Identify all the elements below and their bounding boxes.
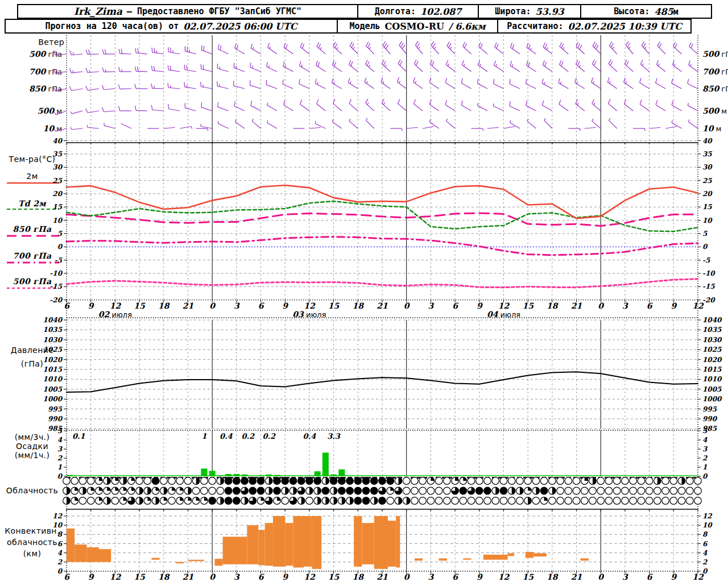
svg-text:12: 12 — [692, 572, 704, 581]
svg-text:18: 18 — [158, 301, 170, 310]
svg-text:0: 0 — [598, 572, 604, 581]
svg-text:40: 40 — [702, 137, 713, 145]
svg-text:2: 2 — [702, 558, 708, 566]
svg-text:3: 3 — [428, 572, 435, 581]
svg-text:15: 15 — [328, 301, 340, 310]
svg-text:03 июля: 03 июля — [292, 310, 326, 319]
svg-text:0: 0 — [57, 472, 63, 480]
svg-text:21: 21 — [571, 301, 582, 310]
svg-text:02 июля: 02 июля — [98, 310, 132, 319]
svg-text:12: 12 — [304, 301, 316, 310]
svg-text:990: 990 — [702, 415, 718, 423]
svg-text:15: 15 — [702, 203, 712, 211]
svg-text:0: 0 — [598, 301, 604, 310]
svg-text:1015: 1015 — [702, 365, 722, 373]
svg-text:18: 18 — [158, 572, 170, 581]
svg-text:6: 6 — [647, 572, 653, 581]
svg-text:3: 3 — [702, 445, 708, 453]
svg-text:6: 6 — [64, 301, 70, 310]
svg-text:1000: 1000 — [43, 395, 63, 403]
svg-text:35: 35 — [52, 150, 62, 158]
conv-bars — [67, 516, 589, 569]
svg-text:-5: -5 — [55, 256, 63, 264]
svg-text:10 м: 10 м — [43, 124, 62, 133]
curve-t2m — [67, 185, 698, 218]
svg-text:2: 2 — [702, 454, 708, 462]
svg-text:10: 10 — [52, 217, 63, 225]
svg-text:12: 12 — [498, 301, 510, 310]
svg-text:5: 5 — [702, 427, 708, 435]
svg-text:9: 9 — [477, 301, 483, 310]
precip-bars — [67, 452, 345, 476]
precip-amount-labels: 0.110.40.20.20.43.3 — [72, 432, 341, 440]
svg-text:18: 18 — [353, 572, 365, 581]
svg-text:12: 12 — [692, 301, 704, 310]
svg-text:0: 0 — [404, 572, 410, 581]
svg-text:1: 1 — [201, 432, 206, 440]
svg-text:25: 25 — [702, 177, 712, 185]
svg-text:5: 5 — [57, 230, 63, 238]
svg-text:3: 3 — [57, 445, 63, 453]
svg-text:9: 9 — [477, 572, 483, 581]
svg-text:1025: 1025 — [702, 346, 722, 354]
svg-text:4: 4 — [702, 436, 708, 444]
svg-text:6: 6 — [57, 540, 63, 548]
svg-text:0: 0 — [702, 472, 708, 480]
svg-text:1005: 1005 — [702, 385, 722, 393]
svg-text:15: 15 — [328, 572, 340, 581]
svg-text:12: 12 — [304, 572, 316, 581]
svg-text:18: 18 — [353, 301, 365, 310]
svg-text:1: 1 — [702, 463, 707, 471]
svg-text:-15: -15 — [49, 282, 62, 290]
svg-text:1030: 1030 — [43, 336, 63, 344]
svg-text:0.1: 0.1 — [72, 432, 85, 440]
svg-text:6: 6 — [702, 540, 708, 548]
svg-text:21: 21 — [377, 572, 388, 581]
svg-text:35: 35 — [702, 150, 712, 158]
chart-canvas: 40403535303025252020151510105500-5-5-10-… — [0, 0, 728, 582]
svg-text:4: 4 — [57, 549, 63, 557]
svg-text:1010: 1010 — [702, 375, 722, 383]
svg-text:9: 9 — [671, 572, 677, 581]
svg-text:2: 2 — [57, 454, 63, 462]
svg-text:25: 25 — [52, 177, 62, 185]
svg-text:40: 40 — [52, 137, 63, 145]
svg-text:700 гПа: 700 гПа — [702, 67, 728, 76]
svg-text:04 июля: 04 июля — [487, 310, 520, 319]
wind-level-labels: 500 гПа500 гПа700 гПа700 гПа850 гПа850 г… — [29, 49, 728, 133]
svg-text:21: 21 — [183, 572, 194, 581]
svg-text:0.2: 0.2 — [262, 432, 276, 440]
svg-text:1: 1 — [57, 463, 62, 471]
svg-text:21: 21 — [183, 301, 194, 310]
svg-text:1030: 1030 — [702, 336, 722, 344]
svg-text:1020: 1020 — [702, 356, 722, 364]
svg-text:1010: 1010 — [43, 375, 63, 383]
svg-text:2: 2 — [57, 558, 63, 566]
wind-barb-row-4 — [54, 118, 698, 131]
svg-text:3.3: 3.3 — [327, 432, 341, 440]
svg-text:-15: -15 — [702, 282, 715, 290]
svg-text:21: 21 — [377, 301, 388, 310]
svg-text:0.4: 0.4 — [220, 432, 233, 440]
svg-text:12: 12 — [702, 512, 713, 520]
wind-barb-row-1 — [53, 60, 698, 73]
svg-text:20: 20 — [702, 190, 713, 198]
svg-text:6: 6 — [452, 572, 458, 581]
svg-text:-10: -10 — [702, 269, 715, 277]
svg-text:15: 15 — [52, 203, 62, 211]
svg-text:995: 995 — [702, 405, 717, 413]
svg-text:6: 6 — [647, 301, 653, 310]
svg-text:1020: 1020 — [43, 356, 63, 364]
svg-text:9: 9 — [282, 572, 288, 581]
svg-text:1035: 1035 — [702, 326, 722, 334]
svg-text:990: 990 — [48, 415, 63, 423]
svg-text:0.2: 0.2 — [241, 432, 255, 440]
svg-text:5: 5 — [702, 230, 708, 238]
svg-text:12: 12 — [110, 301, 122, 310]
svg-text:3: 3 — [234, 301, 240, 310]
svg-text:10: 10 — [702, 521, 713, 529]
svg-text:15: 15 — [134, 572, 146, 581]
svg-text:0: 0 — [57, 243, 63, 251]
svg-text:4: 4 — [57, 436, 63, 444]
svg-text:1025: 1025 — [43, 346, 63, 354]
